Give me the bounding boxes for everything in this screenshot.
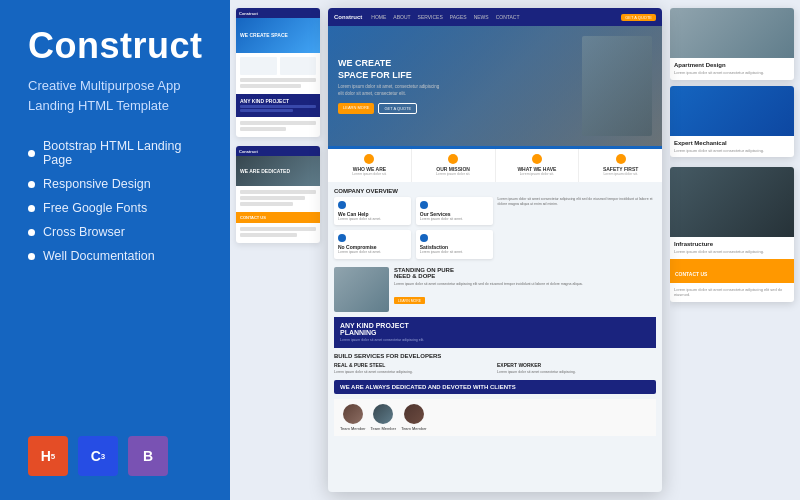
side-card-img-1: [670, 8, 794, 58]
hero-btn-primary[interactable]: LEARN MORE: [338, 103, 374, 114]
company-heading: COMPANY OVERVIEW: [334, 188, 656, 194]
features-list: Bootstrap HTML Landing Page Responsive D…: [28, 139, 206, 273]
small-para: [240, 127, 286, 131]
feature-item: Responsive Design: [28, 177, 206, 191]
small-dark: ANY KIND PROJECT: [236, 94, 320, 117]
small-nav2: Construct: [236, 146, 320, 156]
avatar-2: [373, 404, 393, 424]
side-cards: Apartment Design Lorem ipsum dolor sit a…: [670, 0, 800, 500]
small-cell: [240, 57, 277, 75]
side-card-mechanical: Expert Mechanical Lorem ipsum dolor sit …: [670, 86, 794, 158]
small-hero2: WE ARE DEDICATED: [236, 156, 320, 186]
company-text: Lorem ipsum dolor sit amet consectetur a…: [498, 197, 657, 260]
person-2: Team Member: [371, 404, 397, 431]
preview-container: Construct WE CREATE SPACE ANY KIND PROJE…: [230, 0, 800, 500]
feature-item: Free Google Fonts: [28, 201, 206, 215]
preview-content: COMPANY OVERVIEW We Can Help Lorem ipsum…: [328, 182, 662, 492]
side-card-body-1: Apartment Design Lorem ipsum dolor sit a…: [670, 58, 794, 80]
side-card-text-1: Lorem ipsum dolor sit amet consectetur a…: [674, 70, 790, 76]
build-item-2: EXPERT WORKER Lorem ipsum dolor sit amet…: [497, 362, 656, 375]
dedication-section: We Are Always Dedicated And Devoted With…: [334, 380, 656, 394]
dark-title: ANY KIND PROJECTPLANNING: [340, 322, 650, 336]
hero-headline: WE CREATESPACE FOR LIFE: [338, 58, 582, 81]
dark-text: Lorem ipsum dolor sit amet consectetur a…: [340, 338, 650, 343]
small-content3: [236, 186, 320, 212]
company-grid: We Can Help Lorem ipsum dolor sit amet. …: [334, 197, 493, 260]
standing-btn[interactable]: LEARN MORE: [394, 297, 425, 304]
left-panel: Construct Creative Multipurpose App Land…: [0, 0, 230, 500]
side-card-text-2: Lorem ipsum dolor sit amet consectetur a…: [674, 148, 790, 154]
side-card-body-3: Infrastructure Lorem ipsum dolor sit ame…: [670, 237, 794, 259]
bullet-dot: [28, 150, 35, 157]
mini-card-icon: [338, 201, 346, 209]
small-preview-1: Construct WE CREATE SPACE ANY KIND PROJE…: [236, 8, 320, 137]
build-services: BUILD SERVICES FOR DEVELOPERS REAL & PUR…: [334, 353, 656, 375]
mini-card: Our Services Lorem ipsum dolor sit amet.: [416, 197, 493, 226]
side-card-body-2: Expert Mechanical Lorem ipsum dolor sit …: [670, 136, 794, 158]
brand-title: Construct: [28, 28, 206, 64]
html5-badge: H5: [28, 436, 68, 476]
feature-icon: [616, 154, 626, 164]
company-overview: COMPANY OVERVIEW We Can Help Lorem ipsum…: [334, 188, 656, 263]
mini-card: We Can Help Lorem ipsum dolor sit amet.: [334, 197, 411, 226]
side-card-infrastructure: Infrastructure Lorem ipsum dolor sit ame…: [670, 167, 794, 302]
side-card-title-1: Apartment Design: [674, 62, 790, 68]
standing-section: STANDING ON PURENEED & DOPE Lorem ipsum …: [334, 267, 656, 312]
people-row: Team Member Team Member Team Member: [334, 399, 656, 436]
small-para: [240, 78, 316, 82]
mini-card-icon: [420, 234, 428, 242]
preview-nav: Construct HOME ABOUT SERVICES PAGES NEWS…: [328, 8, 662, 26]
preview-nav-cta: GET A QUOTE: [621, 14, 656, 21]
mini-card: No Compromise Lorem ipsum dolor sit amet…: [334, 230, 411, 259]
small-content4: [236, 223, 320, 243]
left-preview-stack: Construct WE CREATE SPACE ANY KIND PROJE…: [230, 0, 320, 500]
hero-sub: Lorem ipsum dolor sit amet, consectetur …: [338, 84, 582, 98]
right-panel: Construct WE CREATE SPACE ANY KIND PROJE…: [230, 0, 800, 500]
hero-text: WE CREATESPACE FOR LIFE Lorem ipsum dolo…: [338, 58, 582, 114]
feature-icon: [364, 154, 374, 164]
standing-text: STANDING ON PURENEED & DOPE Lorem ipsum …: [394, 267, 656, 305]
feature-mission: OUR MISSION Lorem ipsum dolor sit.: [412, 149, 496, 182]
hero-btn-outline[interactable]: GET A QUOTE: [378, 103, 417, 114]
preview-hero: WE CREATESPACE FOR LIFE Lorem ipsum dolo…: [328, 26, 662, 146]
side-card-cta[interactable]: CONTACT US: [670, 259, 794, 283]
small-content: [236, 53, 320, 94]
features-row: WHO WE ARE Lorem ipsum dolor sit. OUR MI…: [328, 146, 662, 182]
avatar-1: [343, 404, 363, 424]
small-nav: Construct: [236, 8, 320, 18]
bullet-dot: [28, 253, 35, 260]
small-row: [240, 57, 316, 75]
feature-have: WHAT WE HAVE Lorem ipsum dolor sit.: [496, 149, 580, 182]
preview-nav-brand: Construct: [334, 14, 362, 20]
mini-card: Satisfaction Lorem ipsum dolor sit amet.: [416, 230, 493, 259]
small-para: [240, 84, 301, 88]
side-card-title-3: Infrastructure: [674, 241, 790, 247]
person-1: Team Member: [340, 404, 366, 431]
bullet-dot: [28, 181, 35, 188]
avatar-3: [404, 404, 424, 424]
dark-section: ANY KIND PROJECTPLANNING Lorem ipsum dol…: [334, 317, 656, 348]
css3-badge: C3: [78, 436, 118, 476]
small-cell: [280, 57, 317, 75]
dedication-text: We Are Always Dedicated And Devoted With…: [340, 384, 650, 390]
feature-item: Well Documentation: [28, 249, 206, 263]
hero-image: [582, 36, 652, 136]
person-3: Team Member: [401, 404, 427, 431]
feature-safety: SAFETY FIRST Lorem ipsum dolor sit.: [579, 149, 662, 182]
small-hero: WE CREATE SPACE: [236, 18, 320, 53]
side-card-text-3: Lorem ipsum dolor sit amet consectetur a…: [674, 249, 790, 255]
side-card-img-2: [670, 86, 794, 136]
standing-image: [334, 267, 389, 312]
mini-card-icon: [420, 201, 428, 209]
mini-card-icon: [338, 234, 346, 242]
tech-badges: H5 C3 B: [28, 426, 206, 476]
build-item-1: REAL & PURE STEEL Lorem ipsum dolor sit …: [334, 362, 493, 375]
side-card-img-3: [670, 167, 794, 237]
feature-who: WHO WE ARE Lorem ipsum dolor sit.: [328, 149, 412, 182]
hero-buttons: LEARN MORE GET A QUOTE: [338, 103, 582, 114]
small-preview-2: Construct WE ARE DEDICATED CONTACT US: [236, 146, 320, 243]
feature-icon: [532, 154, 542, 164]
bullet-dot: [28, 205, 35, 212]
center-preview: Construct HOME ABOUT SERVICES PAGES NEWS…: [328, 8, 662, 492]
small-para: [240, 121, 316, 125]
